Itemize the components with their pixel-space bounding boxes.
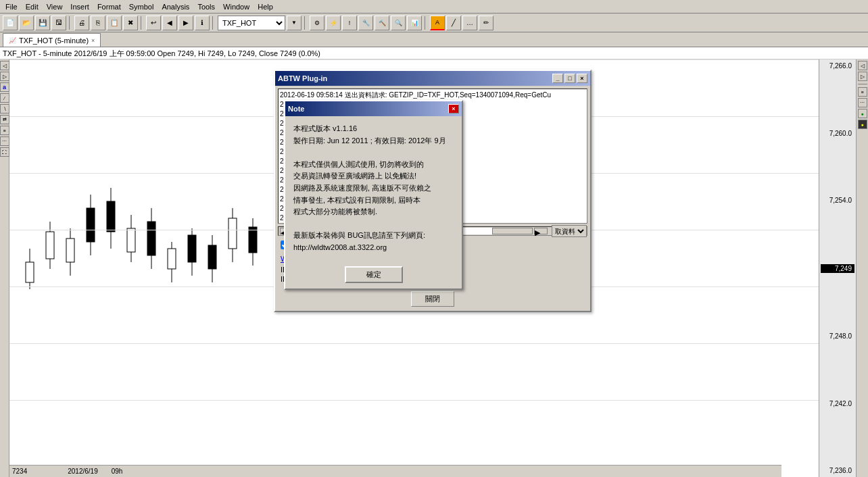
menu-edit[interactable]: Edit [22,1,43,12]
save-button[interactable]: 💾 [35,16,50,30]
symbol-dropdown[interactable]: TXF_HOT [218,16,285,30]
note-line1: 本程式版本 v1.1.16 [293,123,454,135]
left-icon-9[interactable]: ⛶ [0,147,9,157]
left-icon-3[interactable]: a [0,82,9,92]
chart-btn5[interactable]: 🔨 [375,16,389,30]
menu-format[interactable]: Format [93,1,125,12]
tab-icon: 📈 [9,37,16,44]
sep3 [212,16,215,30]
left-sidebar: ◁ ▷ a ∕ ∖ ⇄ ≡ ⋯ ⛶ [0,59,9,477]
grid-line-7 [9,400,819,401]
left-icon-2[interactable]: ▷ [0,72,9,81]
draw-btn[interactable]: ✏ [479,16,493,30]
save2-button[interactable]: 🖫 [51,16,66,30]
right-icon-3[interactable]: ≡ [858,87,867,97]
left-icon-1[interactable]: ◁ [0,61,9,70]
menu-symbol[interactable]: Symbol [125,1,158,12]
paste-button[interactable]: 📋 [107,16,122,30]
line-btn[interactable]: ╱ [446,16,461,30]
svg-rect-15 [168,249,176,269]
close-panel-button[interactable]: 關閉 [411,291,454,307]
maximize-button[interactable]: □ [564,74,575,83]
grid-line-6 [9,343,819,344]
note-line5: 交易資訊轉發至廣域網路上 以免觸法! [293,170,454,182]
titlebar-buttons: _ □ × [552,74,587,83]
copy-button[interactable]: ⎘ [91,16,105,30]
svg-rect-5 [66,238,74,262]
color-btn[interactable]: A [430,16,445,30]
chart-btn6[interactable]: 🔍 [391,16,406,30]
price-label-current: 7,249 [821,264,854,273]
right-icon-5[interactable]: ● [858,109,867,118]
bottom-date: 2012/6/19 [68,468,98,475]
info-bar: TXF_HOT - 5-minute 2012/6/19 上午 09:59:00… [0,47,868,59]
close-btn-row: 關閉 [275,287,590,311]
dotted-btn[interactable]: … [462,16,477,30]
abtw-titlebar: ABTW Plug-in _ □ × [275,71,590,86]
menu-analysis[interactable]: Analysis [158,1,193,12]
note-line6: 因網路及系統速度限制, 高速版不可依賴之 [293,182,454,195]
forward-button[interactable]: ▶ [178,16,193,30]
menu-view[interactable]: View [43,1,67,12]
menu-help[interactable]: Help [254,1,277,12]
dropdown-arrow[interactable]: ▼ [287,16,302,30]
bottom-time: 09h [112,468,123,475]
note-line10: 最新版本裝佈與 BUG訊息請至下列網頁: [293,230,454,242]
scroll-right-btn[interactable]: ▶ [534,228,548,234]
chart-btn7[interactable]: 📊 [407,16,422,30]
scroll-thumb[interactable] [492,228,533,234]
price-label-1: 7,266.0 [821,62,854,70]
chart-btn2[interactable]: ⚡ [326,16,341,30]
price-label-2: 7,260.0 [821,130,854,137]
chart-btn4[interactable]: 🔧 [358,16,373,30]
note-line4: 本程式僅供個人測試使用, 切勿將收到的 [293,159,454,171]
bottom-date-bar: 7234 2012/6/19 09h [9,465,781,477]
new-button[interactable]: 📄 [3,16,18,30]
right-icon-4[interactable]: ⋯ [858,98,867,107]
chart-btn3[interactable]: ! [342,16,357,30]
open-button[interactable]: 📂 [19,16,34,30]
back-button[interactable]: ◀ [162,16,177,30]
note-close-btn[interactable]: × [448,104,459,114]
left-icon-7[interactable]: ≡ [0,126,9,135]
info-button[interactable]: ℹ [195,16,210,30]
menu-tools[interactable]: Tools [193,1,219,12]
nav-next-icon[interactable]: ▷ [858,72,867,81]
note-titlebar: Note × [285,101,462,116]
delete-button[interactable]: ✖ [123,16,138,30]
menu-window[interactable]: Window [219,1,254,12]
menu-file[interactable]: File [1,1,22,12]
data-dropdown[interactable]: 取資料 [552,225,587,237]
svg-rect-11 [127,228,135,252]
left-icon-8[interactable]: ⋯ [0,136,9,146]
note-dialog: Note × 本程式版本 v1.1.16 製作日期: Jun 12 2011 ;… [284,100,463,290]
left-icon-6[interactable]: ⇄ [0,115,9,124]
bottom-price: 7234 [12,468,27,475]
right-icon-6[interactable]: ● [858,120,867,129]
svg-rect-17 [188,235,196,262]
nav-prev-icon[interactable]: ◁ [858,61,867,70]
chart-tab[interactable]: 📈 TXF_HOT (5-minute) × [3,33,101,47]
left-icon-4[interactable]: ∕ [0,93,9,103]
tab-close-btn[interactable]: × [91,37,95,44]
note-ok-button[interactable]: 確定 [345,266,403,283]
chart-info-text: TXF_HOT - 5-minute 2012/6/19 上午 09:59:00… [3,49,320,57]
grid-line-1 [9,59,819,60]
svg-rect-23 [249,227,257,253]
print-button[interactable]: 🖨 [74,16,89,30]
svg-rect-1 [26,262,34,282]
menu-insert[interactable]: Insert [66,1,93,12]
close-button[interactable]: × [577,74,587,83]
tab-label: TXF_HOT (5-minute) [19,36,89,45]
price-label-3: 7,254.0 [821,197,854,204]
price-label-5: 7,242.0 [821,400,854,407]
menu-bar: File Edit View Insert Format Symbol Anal… [0,0,868,14]
chart-btn1[interactable]: ⚙ [310,16,324,30]
minimize-button[interactable]: _ [552,74,563,83]
note-line8: 程式大部分功能將被禁制. [293,206,454,218]
left-icon-5[interactable]: ∖ [0,104,9,114]
svg-rect-7 [87,208,95,242]
svg-rect-21 [228,218,237,249]
undo-button[interactable]: ↩ [146,16,161,30]
svg-rect-19 [208,245,216,269]
